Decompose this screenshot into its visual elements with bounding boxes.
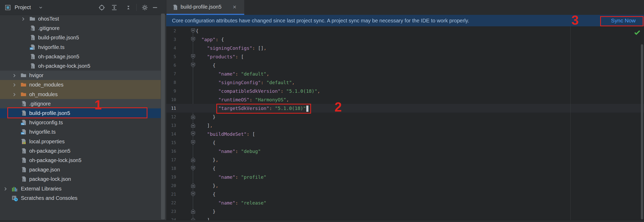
code-text: }: [196, 113, 216, 121]
code-line-3[interactable]: 3 "app": {: [166, 35, 644, 44]
code-line-18[interactable]: 18 {: [166, 164, 644, 173]
json5-file-icon: {}: [20, 148, 27, 154]
code-line-10[interactable]: 10 "runtimeOS": "HarmonyOS",: [166, 95, 644, 104]
tree-item-local-properties[interactable]: local.properties: [0, 137, 161, 146]
line-number: 15: [166, 138, 176, 147]
line-number: 2: [166, 27, 176, 35]
code-line-19[interactable]: 19 "name": "profile": [166, 173, 644, 181]
tree-item-gitignore[interactable]: .gitignore: [0, 23, 161, 33]
tree-item-node-modules[interactable]: node_modules: [0, 80, 161, 90]
code-text: "name": "debug": [196, 147, 261, 156]
code-line-6[interactable]: 6 {: [166, 61, 644, 70]
tree-item-oh-package-lock-json5[interactable]: {}oh-package-lock.json5: [0, 61, 161, 71]
tree-item-scratches-and-consoles[interactable]: Scratches and Consoles: [0, 193, 161, 203]
chevron-right-icon[interactable]: [20, 16, 26, 22]
right-margin-guide: [570, 26, 571, 220]
code-line-23[interactable]: 23 }: [166, 207, 644, 216]
code-line-20[interactable]: 20 },: [166, 181, 644, 190]
tree-item-build-profile-json5[interactable]: {}build-profile.json5: [0, 33, 161, 42]
fold-collapse-icon[interactable]: [191, 28, 195, 33]
folder-icon: [20, 72, 27, 78]
code-line-12[interactable]: 12 }: [166, 113, 644, 121]
svg-text:TS: TS: [21, 123, 24, 125]
line-number: 9: [166, 87, 176, 95]
hide-panel-icon[interactable]: [151, 4, 159, 11]
fold-expand-icon[interactable]: [191, 157, 195, 162]
modules-folder-icon: [20, 91, 27, 97]
project-tool-icon: [4, 4, 11, 11]
code-line-7[interactable]: 7 "name": "default",: [166, 70, 644, 78]
code-line-4[interactable]: 4 "signingConfigs": [],: [166, 44, 644, 52]
tree-item-hvigorfile-ts[interactable]: TShvigorfile.ts: [0, 127, 161, 137]
tree-item-oh-package-json5[interactable]: {}oh-package.json5: [0, 146, 161, 156]
line-number: 5: [166, 52, 176, 61]
fold-expand-icon[interactable]: [191, 209, 195, 214]
tree-item-package-lock-json[interactable]: {}package-lock.json: [0, 174, 161, 184]
tree-item-hvigorconfig-ts[interactable]: TShvigorconfig.ts: [0, 118, 161, 127]
project-tree-scrollbar[interactable]: [161, 14, 165, 219]
toolbar-divider: [136, 4, 137, 11]
tree-item-oh-modules[interactable]: oh_modules: [0, 90, 161, 99]
collapse-all-icon[interactable]: [125, 4, 132, 11]
tree-item-label: local.properties: [29, 137, 65, 146]
tree-item-oh-package-json5[interactable]: {}oh-package.json5: [0, 52, 161, 61]
chevron-right-icon[interactable]: [11, 92, 17, 97]
chevron-right-icon[interactable]: [11, 82, 17, 88]
tab-build-profile-json5[interactable]: {} build-profile.json5 ×: [166, 0, 244, 15]
tree-item-hvigorfile-ts[interactable]: TShvigorfile.ts: [0, 42, 161, 52]
tree-item-external-libraries[interactable]: External Libraries: [0, 184, 161, 194]
code-line-13[interactable]: 13 ],: [166, 121, 644, 130]
code-line-16[interactable]: 16 "name": "debug": [166, 147, 644, 156]
chevron-right-icon[interactable]: [11, 73, 17, 78]
tree-item-oh-package-lock-json5[interactable]: {}oh-package-lock.json5: [0, 156, 161, 165]
fold-collapse-icon[interactable]: [191, 132, 195, 136]
code-line-2[interactable]: 2{: [166, 27, 644, 35]
code-line-14[interactable]: 14 "buildModeSet": [: [166, 130, 644, 138]
code-text: {: [196, 190, 216, 199]
fold-expand-icon[interactable]: [191, 218, 195, 220]
line-number: 7: [166, 70, 176, 78]
code-line-21[interactable]: 21 {: [166, 190, 644, 199]
locate-icon[interactable]: [98, 4, 105, 11]
expand-all-icon[interactable]: [111, 4, 118, 11]
fold-expand-icon[interactable]: [191, 114, 195, 119]
line-number: 3: [166, 35, 176, 44]
check-icon[interactable]: [634, 29, 641, 36]
fold-collapse-icon[interactable]: [191, 63, 195, 67]
fold-expand-icon[interactable]: [191, 183, 195, 188]
fold-collapse-icon[interactable]: [191, 54, 195, 59]
code-line-17[interactable]: 17 },: [166, 156, 644, 164]
code-line-9[interactable]: 9 "compatibleSdkVersion": "5.1.0(18)",: [166, 87, 644, 95]
line-number: 21: [166, 190, 176, 199]
project-panel-title[interactable]: Project: [15, 0, 31, 15]
tree-item-hvigor[interactable]: hvigor: [0, 71, 161, 80]
code-line-24[interactable]: 24 ]: [166, 216, 644, 220]
tree-item-ohostest[interactable]: ohosTest: [0, 14, 161, 24]
editor-tab-bar: {} build-profile.json5 ×: [166, 0, 644, 15]
chevron-down-icon[interactable]: [37, 4, 44, 11]
banner-message: Core configuration attributes have chang…: [172, 15, 469, 26]
code-editor[interactable]: 2{3 "app": {4 "signingConfigs": [],5 "pr…: [166, 26, 644, 220]
code-line-15[interactable]: 15 {: [166, 138, 644, 147]
fold-collapse-icon[interactable]: [191, 192, 195, 196]
fold-collapse-icon[interactable]: [191, 140, 195, 145]
fold-expand-icon[interactable]: [191, 123, 195, 128]
code-text: "products": [: [196, 52, 244, 61]
line-number: 19: [166, 173, 176, 181]
code-text: {: [196, 61, 216, 70]
tab-close-icon[interactable]: ×: [233, 0, 236, 14]
fold-collapse-icon[interactable]: [191, 37, 195, 42]
annotation-number-2: 2: [335, 102, 342, 113]
tree-item-label: oh-package-lock.json5: [29, 156, 81, 165]
annotation-box-3: [600, 16, 643, 26]
tree-item-label: oh-package.json5: [38, 52, 79, 61]
code-line-5[interactable]: 5 "products": [: [166, 52, 644, 61]
code-line-8[interactable]: 8 "signingConfig": "default",: [166, 78, 644, 87]
code-line-22[interactable]: 22 "name": "release": [166, 199, 644, 207]
code-text: {: [196, 138, 216, 147]
chevron-right-icon[interactable]: [3, 186, 8, 192]
fold-collapse-icon[interactable]: [191, 166, 195, 171]
settings-gear-icon[interactable]: [141, 4, 148, 11]
tree-item-package-json[interactable]: {}package.json: [0, 165, 161, 175]
editor-scrollbar[interactable]: [641, 44, 643, 219]
